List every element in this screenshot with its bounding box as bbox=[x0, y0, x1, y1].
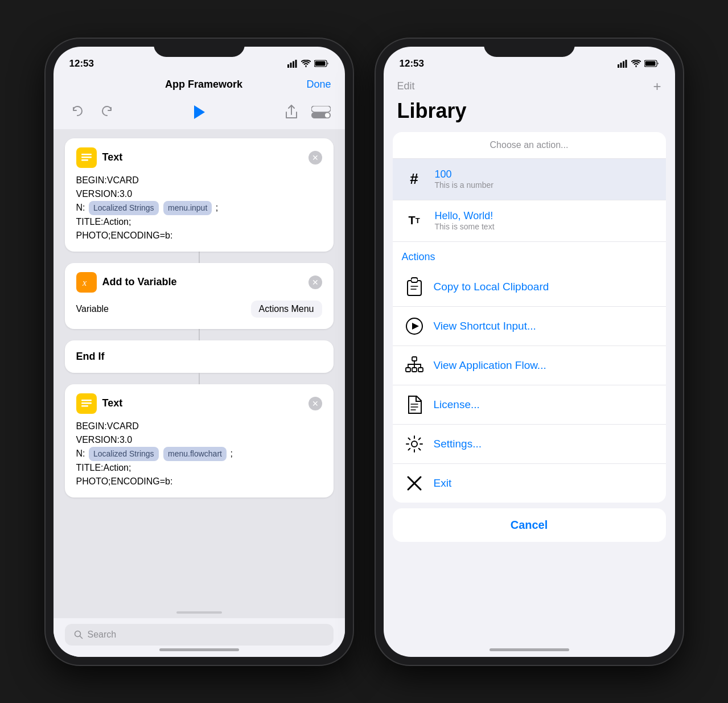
toggle-button[interactable] bbox=[311, 102, 331, 122]
action-view-shortcut[interactable]: View Shortcut Input... bbox=[393, 307, 666, 346]
svg-rect-10 bbox=[81, 154, 92, 155]
svg-rect-20 bbox=[623, 61, 624, 68]
action-app-flow[interactable]: View Application Flow... bbox=[393, 346, 666, 385]
text-card-2-close[interactable]: ✕ bbox=[309, 397, 322, 410]
text-card-1-content: BEGIN:VCARDVERSION:3.0N: Localized Strin… bbox=[76, 174, 322, 242]
library-item-text-text: Hello, World! This is some text bbox=[435, 210, 657, 231]
left-phone: 12:53 bbox=[46, 39, 353, 665]
plus-button[interactable]: + bbox=[653, 79, 661, 94]
arrow-circle-icon bbox=[404, 316, 425, 336]
notch-right bbox=[484, 39, 575, 57]
text-card-1-close[interactable]: ✕ bbox=[309, 151, 322, 165]
variable-row: Variable Actions Menu bbox=[76, 298, 322, 320]
end-if-card: End If bbox=[65, 340, 334, 373]
left-phone-screen: 12:53 bbox=[54, 47, 345, 657]
battery-icon-right bbox=[644, 60, 659, 67]
shortcuts-nav: App Framework Done bbox=[54, 74, 345, 97]
edit-button[interactable]: Edit bbox=[397, 80, 415, 92]
svg-rect-29 bbox=[412, 357, 417, 361]
library-item-text-name: Hello, World! bbox=[435, 210, 657, 222]
svg-rect-11 bbox=[81, 157, 92, 158]
search-placeholder: Search bbox=[88, 630, 117, 640]
toolbar-right-group bbox=[281, 102, 331, 122]
svg-rect-31 bbox=[412, 368, 417, 372]
svg-rect-21 bbox=[625, 60, 627, 68]
svg-rect-23 bbox=[645, 61, 655, 66]
library-item-number[interactable]: # 100 This is a number bbox=[393, 159, 666, 200]
action-settings[interactable]: Settings... bbox=[393, 425, 666, 464]
svg-marker-28 bbox=[412, 323, 419, 330]
svg-rect-16 bbox=[81, 405, 88, 407]
hierarchy-icon bbox=[404, 355, 425, 376]
share-button[interactable] bbox=[281, 102, 302, 122]
hash-icon: # bbox=[402, 167, 427, 192]
add-variable-title: Add to Variable bbox=[102, 276, 303, 288]
done-button[interactable]: Done bbox=[306, 79, 331, 91]
status-icons-right bbox=[618, 60, 659, 68]
svg-marker-6 bbox=[194, 105, 205, 119]
svg-rect-5 bbox=[315, 61, 325, 66]
text-card-1-icon bbox=[76, 147, 97, 168]
token-menu-flowchart[interactable]: menu.flowchart bbox=[163, 447, 227, 461]
library-item-number-desc: This is a number bbox=[435, 180, 657, 190]
clipboard-icon bbox=[404, 277, 425, 297]
home-indicator-right bbox=[490, 648, 569, 651]
status-icons-left bbox=[287, 60, 329, 68]
svg-text:x: x bbox=[82, 278, 87, 287]
app-flow-label: View Application Flow... bbox=[434, 359, 546, 372]
connector-2 bbox=[199, 329, 200, 340]
actions-section-header: Actions bbox=[393, 242, 666, 268]
library-item-number-text: 100 This is a number bbox=[435, 168, 657, 190]
text-card-2: Text ✕ BEGIN:VCARDVERSION:3.0N: Localize… bbox=[65, 384, 334, 498]
variable-card-icon: x bbox=[76, 272, 97, 293]
svg-rect-32 bbox=[418, 368, 423, 372]
license-label: License... bbox=[434, 398, 480, 411]
settings-label: Settings... bbox=[434, 438, 482, 450]
svg-point-33 bbox=[412, 441, 417, 447]
gear-icon bbox=[404, 434, 425, 454]
text-card-2-title: Text bbox=[102, 397, 303, 409]
svg-rect-7 bbox=[311, 106, 331, 112]
token-localized-strings-1[interactable]: Localized Strings bbox=[89, 201, 159, 215]
svg-rect-15 bbox=[81, 402, 92, 404]
library-item-text[interactable]: TT Hello, World! This is some text bbox=[393, 200, 666, 242]
time-right: 12:53 bbox=[400, 58, 424, 69]
library-panel: Choose an action... # 100 This is a numb… bbox=[393, 132, 666, 503]
svg-rect-1 bbox=[290, 63, 291, 68]
add-variable-close[interactable]: ✕ bbox=[309, 276, 322, 289]
view-shortcut-label: View Shortcut Input... bbox=[434, 320, 536, 332]
search-bar[interactable]: Search bbox=[65, 624, 334, 646]
right-phone-screen: 12:53 bbox=[384, 47, 675, 657]
variable-label: Variable bbox=[76, 304, 109, 314]
library-search-hint[interactable]: Choose an action... bbox=[393, 132, 666, 159]
connector-3 bbox=[199, 373, 200, 384]
search-icon bbox=[74, 630, 83, 639]
variable-value[interactable]: Actions Menu bbox=[251, 301, 322, 318]
text-card-2-content: BEGIN:VCARDVERSION:3.0N: Localized Strin… bbox=[76, 420, 322, 488]
undo-button[interactable] bbox=[67, 102, 88, 122]
toolbar-undo-redo bbox=[67, 102, 117, 122]
action-copy-clipboard[interactable]: Copy to Local Clipboard bbox=[393, 268, 666, 307]
cancel-button[interactable]: Cancel bbox=[393, 508, 666, 542]
scroll-indicator bbox=[54, 609, 345, 618]
signal-icon-right bbox=[618, 60, 628, 68]
token-localized-strings-2[interactable]: Localized Strings bbox=[89, 447, 159, 461]
notch bbox=[154, 39, 245, 57]
action-license[interactable]: License... bbox=[393, 385, 666, 425]
svg-rect-2 bbox=[293, 61, 294, 68]
signal-icon bbox=[287, 60, 298, 68]
play-button[interactable] bbox=[189, 102, 209, 122]
shortcuts-app-title: App Framework bbox=[165, 79, 242, 91]
redo-button[interactable] bbox=[97, 102, 117, 122]
library-nav: Edit + bbox=[384, 74, 675, 97]
svg-rect-0 bbox=[287, 64, 289, 68]
action-exit[interactable]: Exit bbox=[393, 464, 666, 503]
svg-rect-26 bbox=[412, 279, 417, 281]
text-card-1-title: Text bbox=[102, 151, 303, 163]
token-menu-input[interactable]: menu.input bbox=[163, 201, 212, 215]
scrollbar-thumb bbox=[176, 611, 222, 614]
svg-point-9 bbox=[325, 113, 330, 117]
end-if-title: End If bbox=[76, 351, 105, 362]
exit-label: Exit bbox=[434, 477, 452, 490]
shortcuts-toolbar bbox=[54, 97, 345, 129]
